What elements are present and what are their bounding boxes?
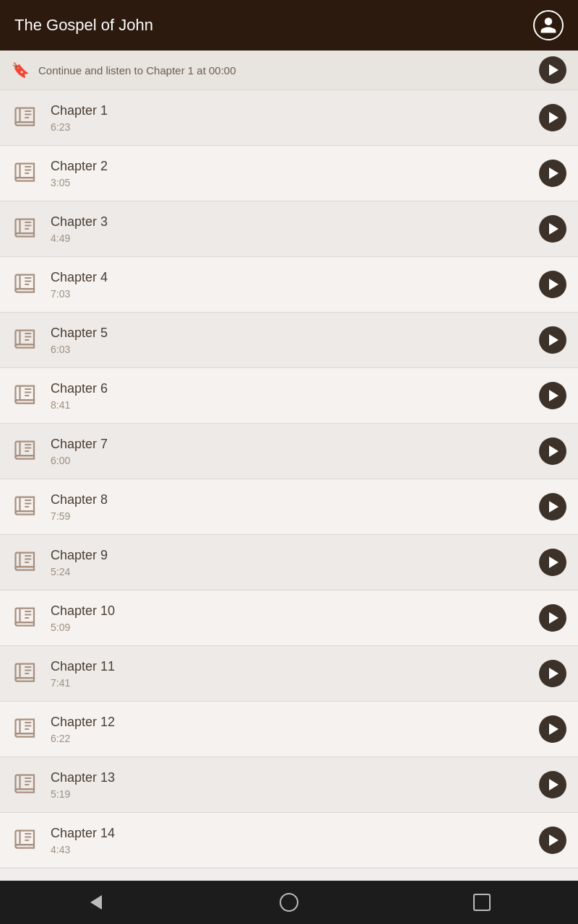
- nav-back-button[interactable]: [74, 881, 118, 924]
- chapter-play-button[interactable]: [539, 160, 566, 187]
- chapter-info: Chapter 3 4:49: [51, 214, 539, 243]
- continue-play-button[interactable]: [539, 56, 566, 84]
- bottom-navigation: [0, 881, 578, 924]
- chapter-info: Chapter 1 6:23: [51, 103, 539, 132]
- chapter-item[interactable]: Chapter 9 5:24: [0, 535, 578, 590]
- chapter-duration: 4:43: [51, 844, 539, 855]
- chapter-name: Chapter 11: [51, 658, 539, 675]
- continue-banner[interactable]: 🔖 Continue and listen to Chapter 1 at 00…: [0, 51, 578, 90]
- book-icon: [12, 549, 39, 576]
- chapter-name: Chapter 8: [51, 492, 539, 508]
- chapter-name: Chapter 7: [51, 436, 539, 453]
- book-icon: [12, 326, 39, 354]
- chapter-name: Chapter 2: [51, 158, 539, 175]
- chapter-info: Chapter 5 6:03: [51, 325, 539, 354]
- chapter-item[interactable]: Chapter 10 5:09: [0, 590, 578, 646]
- book-icon: [12, 104, 39, 131]
- chapter-info: Chapter 13 5:19: [51, 770, 539, 799]
- chapter-item[interactable]: Chapter 5 6:03: [0, 313, 578, 368]
- chapter-item[interactable]: Chapter 1 6:23: [0, 90, 578, 146]
- chapter-play-button[interactable]: [539, 271, 566, 298]
- chapter-play-button[interactable]: [539, 493, 566, 520]
- chapter-info: Chapter 6 8:41: [51, 380, 539, 410]
- chapter-list: Chapter 1 6:23 Chapter 2 3:05: [0, 90, 578, 881]
- book-icon: [12, 715, 39, 743]
- chapter-name: Chapter 3: [51, 214, 539, 230]
- book-icon: [12, 271, 39, 298]
- chapter-item[interactable]: Chapter 6 8:41: [0, 368, 578, 424]
- chapter-play-button[interactable]: [539, 660, 566, 687]
- chapter-name: Chapter 6: [51, 380, 539, 397]
- chapter-name: Chapter 9: [51, 547, 539, 564]
- chapter-item[interactable]: Chapter 13 5:19: [0, 757, 578, 813]
- chapter-item[interactable]: Chapter 8 7:59: [0, 479, 578, 535]
- chapter-info: Chapter 9 5:24: [51, 547, 539, 577]
- book-icon: [12, 604, 39, 632]
- chapter-duration: 7:59: [51, 510, 539, 522]
- nav-home-button[interactable]: [267, 881, 311, 924]
- chapter-play-button[interactable]: [539, 604, 566, 632]
- chapter-info: Chapter 11 7:41: [51, 658, 539, 688]
- chapter-name: Chapter 13: [51, 770, 539, 786]
- chapter-info: Chapter 7 6:00: [51, 436, 539, 466]
- chapter-duration: 7:41: [51, 677, 539, 689]
- chapter-duration: 6:00: [51, 455, 539, 466]
- chapter-play-button[interactable]: [539, 104, 566, 131]
- chapter-duration: 3:05: [51, 177, 539, 188]
- book-icon: [12, 160, 39, 187]
- chapter-item[interactable]: Chapter 12 6:22: [0, 702, 578, 757]
- chapter-play-button[interactable]: [539, 549, 566, 576]
- app-title: The Gospel of John: [14, 16, 153, 35]
- book-icon: [12, 382, 39, 409]
- book-icon: [12, 827, 39, 854]
- chapter-info: Chapter 8 7:59: [51, 492, 539, 521]
- chapter-play-button[interactable]: [539, 382, 566, 409]
- chapter-item[interactable]: Chapter 3 4:49: [0, 201, 578, 257]
- book-icon: [12, 437, 39, 465]
- book-icon: [12, 771, 39, 798]
- chapter-play-button[interactable]: [539, 215, 566, 243]
- chapter-duration: 8:41: [51, 399, 539, 411]
- chapter-name: Chapter 14: [51, 825, 539, 842]
- chapter-info: Chapter 12 6:22: [51, 714, 539, 744]
- chapter-duration: 4:49: [51, 232, 539, 244]
- chapter-play-button[interactable]: [539, 715, 566, 743]
- chapter-play-button[interactable]: [539, 771, 566, 798]
- chapter-name: Chapter 4: [51, 269, 539, 286]
- nav-recents-button[interactable]: [460, 881, 504, 924]
- chapter-name: Chapter 5: [51, 325, 539, 341]
- book-icon: [12, 660, 39, 687]
- bookmark-icon: 🔖: [12, 61, 30, 79]
- chapter-info: Chapter 14 4:43: [51, 825, 539, 855]
- chapter-name: Chapter 1: [51, 103, 539, 119]
- chapter-play-button[interactable]: [539, 827, 566, 854]
- chapter-item[interactable]: Chapter 2 3:05: [0, 146, 578, 201]
- chapter-play-button[interactable]: [539, 437, 566, 465]
- chapter-info: Chapter 2 3:05: [51, 158, 539, 188]
- chapter-name: Chapter 12: [51, 714, 539, 731]
- chapter-info: Chapter 10 5:09: [51, 603, 539, 632]
- chapter-item[interactable]: Chapter 7 6:00: [0, 424, 578, 479]
- chapter-name: Chapter 10: [51, 603, 539, 619]
- chapter-play-button[interactable]: [539, 326, 566, 354]
- chapter-duration: 5:09: [51, 622, 539, 633]
- chapter-item[interactable]: Chapter 14 4:43: [0, 813, 578, 868]
- chapter-duration: 5:24: [51, 566, 539, 578]
- book-icon: [12, 493, 39, 520]
- app-header: The Gospel of John: [0, 0, 578, 51]
- chapter-item[interactable]: Chapter 4 7:03: [0, 257, 578, 313]
- chapter-info: Chapter 4 7:03: [51, 269, 539, 299]
- continue-text: Continue and listen to Chapter 1 at 00:0…: [38, 64, 539, 77]
- chapter-duration: 6:23: [51, 121, 539, 133]
- chapter-duration: 6:22: [51, 733, 539, 744]
- chapter-duration: 5:19: [51, 788, 539, 800]
- profile-icon[interactable]: [533, 10, 564, 40]
- chapter-item[interactable]: Chapter 11 7:41: [0, 646, 578, 702]
- chapter-duration: 7:03: [51, 288, 539, 300]
- chapter-duration: 6:03: [51, 344, 539, 355]
- book-icon: [12, 215, 39, 243]
